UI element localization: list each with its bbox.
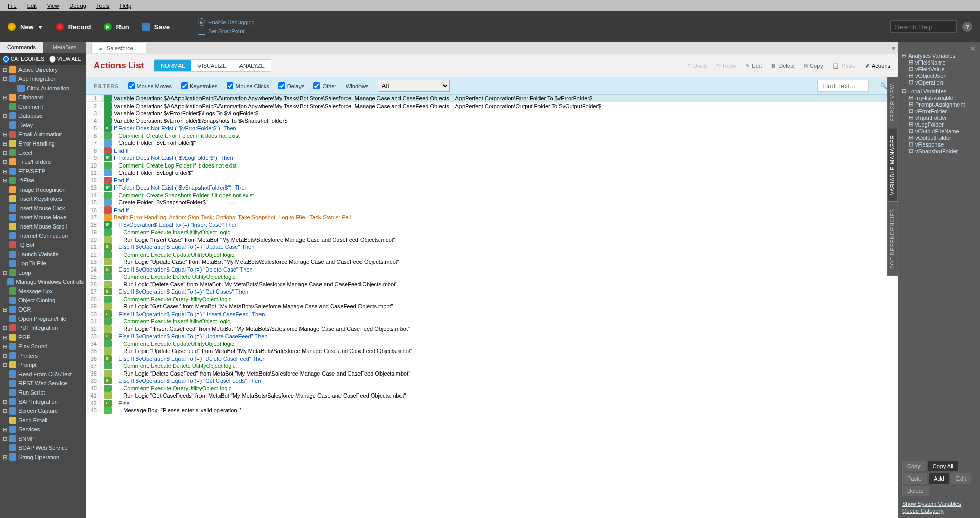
paste-button[interactable]: 📋Paste [832,63,856,69]
tab-commands[interactable]: Commands [0,42,43,53]
code-line[interactable]: 13IFIf Folder Does Not Exist ("$vSnapsho… [86,184,898,192]
cmd-run-script[interactable]: Run Script [0,388,86,397]
code-line[interactable]: 10 Comment: Create Log Folder if it does… [86,162,898,170]
code-line[interactable]: 25 Comment: Execute Deltete UtilityObjec… [86,273,898,281]
undo-button[interactable]: ↶Undo [687,63,707,69]
var-item[interactable]: ⊞vSnapshotFolder [901,148,977,154]
code-line[interactable]: 20 Run Logic "Insert Case" from MetaBot … [86,236,898,244]
cmd-delay[interactable]: Delay [0,120,86,130]
code-line[interactable]: 7 Create Folder "$vErrorFolder$" [86,139,898,147]
filter-mouse-moves[interactable]: Mouse Moves [128,82,172,89]
cmd-manage-windows-controls[interactable]: Manage Windows Controls [0,277,86,286]
cmd-files-folders[interactable]: ⊞Files/Folders [0,157,86,167]
filter-mouse-clicks[interactable]: Mouse Clicks [227,82,269,89]
var-edit-button[interactable]: Edit [951,473,971,484]
enable-debug-button[interactable]: ▶ Enable Debugging [198,18,255,26]
menu-view[interactable]: View [42,3,65,9]
code-line[interactable]: 29 Run Logic "Get Cases" from MetaBot "M… [86,303,898,310]
code-line[interactable]: 11 Create Folder "$vLogFolder$" [86,169,898,177]
code-line[interactable]: 5IFIf Folder Does Not Exist ("$vErrorFol… [86,125,898,132]
menu-edit[interactable]: Edit [22,3,42,9]
code-line[interactable]: 27EI Else If $vOperation$ Equal To (=) "… [86,288,898,296]
var-item[interactable]: ⊞vFieldName [901,59,977,66]
var-item[interactable]: ⊞my-list-variable [901,94,977,101]
var-item[interactable]: ⊞vObjectJson [901,72,977,79]
search-help-input[interactable] [890,20,957,33]
var-item[interactable]: ⊞vOperation [901,79,977,86]
code-line[interactable]: 19 Comment: Execute InsertUtilityObject … [86,229,898,236]
cmd-read-from-csv-text[interactable]: Read From CSV/Text [0,369,86,379]
var-group-header[interactable]: ⊟Analytics Variables [901,52,977,59]
cmd-iq-bot[interactable]: IQ Bot [0,240,86,250]
filter-delays[interactable]: Delays [278,82,305,89]
cmd-database[interactable]: ⊞Database [0,111,86,120]
cmd-app-integration[interactable]: ⊞App Integration [0,74,86,84]
filter-keystrokes[interactable]: Keystrokes [181,82,217,89]
code-line[interactable]: 23 Run Logic "Update Case" from MetaBot … [86,258,898,266]
radio-viewall[interactable]: VIEW ALL [49,56,81,63]
code-line[interactable]: 18IF If $vOperation$ Equal To (=) "Inser… [86,221,898,229]
filter-other[interactable]: Other [313,82,336,89]
cmd-pdf-integration[interactable]: ⊞PDF Integration [0,323,86,333]
cmd-if-else[interactable]: ⊞If/Else [0,176,86,185]
code-line[interactable]: 16End If [86,206,898,214]
cmd-message-box[interactable]: Message Box [0,286,86,296]
tab-metabots[interactable]: MetaBots [43,42,86,53]
run-button[interactable]: ▶ Run [104,23,129,31]
var-paste-button[interactable]: Paste [902,473,927,484]
vtab-variable-manager[interactable]: VARIABLE MANAGER [887,128,898,202]
code-line[interactable]: 30EI Else If $vOperation$ Equal To (=) "… [86,310,898,318]
var-add-button[interactable]: Add [929,473,949,484]
code-line[interactable]: 6 Comment: Create Error Folder if it doe… [86,132,898,140]
menu-file[interactable]: File [3,3,22,9]
code-line[interactable]: 36EI Else If $vOperation$ Equal To (=) "… [86,355,898,363]
var-item[interactable]: ⊞vOutputFileName [901,128,977,134]
code-line[interactable]: 4Variable Operation: $vErrorFolder$\Snap… [86,117,898,125]
var-group-header[interactable]: ⊟Local Variables [901,88,977,94]
cmd-send-email[interactable]: Send Email [0,416,86,425]
code-line[interactable]: 37 Comment: Execute Deltete UtilityObjec… [86,362,898,370]
cmd-internet-connection[interactable]: Internet Connection [0,231,86,240]
code-line[interactable]: 33EI Else If $vOperation$ Equal To (=) "… [86,333,898,340]
var-delete-button[interactable]: Delete [902,486,929,496]
code-line[interactable]: 9IFIf Folder Does Not Exist ("$vLogFolde… [86,154,898,162]
cmd-soap-web-service[interactable]: SOAP Web Service [0,443,86,452]
code-line[interactable]: 42EI Else [86,400,898,407]
code-line[interactable]: 14 Comment: Create Snapshots Folder if i… [86,192,898,199]
var-item[interactable]: ⊞vInputFolder [901,114,977,121]
cmd-insert-mouse-move[interactable]: Insert Mouse Move [0,213,86,222]
actions-button[interactable]: ⇗Actions [865,63,890,69]
record-button[interactable]: Record [56,23,91,31]
close-icon[interactable]: ✕ [970,45,976,53]
queue-category-link[interactable]: Queue Category [902,507,976,514]
cmd-snmp[interactable]: ⊞SNMP [0,434,86,443]
cmd-ocr[interactable]: ⊞OCR [0,305,86,314]
cmd-excel[interactable]: ⊞Excel [0,148,86,157]
cmd-printers[interactable]: ⊞Printers [0,351,86,360]
cmd-sap-integration[interactable]: ⊞SAP Integration [0,397,86,406]
menu-help[interactable]: Help [114,3,136,9]
var-item[interactable]: ⊞vFieldValue [901,66,977,72]
code-line[interactable]: 35 Run Logic "Update CaseFeed" from Meta… [86,347,898,355]
code-line[interactable]: 26 Run Logic "Delete Case" from MetaBot … [86,281,898,288]
view-normal[interactable]: NORMAL [154,60,191,71]
var-item[interactable]: ⊞vOutputFolder [901,134,977,141]
code-line[interactable]: 12End If [86,177,898,184]
cmd-active-directory[interactable]: ⊞Active Directory [0,65,86,74]
code-line[interactable]: 21EI Else If $vOperation$ Equal To (=) "… [86,243,898,251]
code-area[interactable]: 1Variable Operation: $AAApplicationPath$… [86,95,898,518]
code-line[interactable]: 24EI Else If $vOperation$ Equal To (=) "… [86,266,898,274]
code-line[interactable]: 17Begin Error Handling; Action: Stop Tas… [86,214,898,221]
cmd-prompt[interactable]: ⊞Prompt [0,360,86,369]
cmd-pgp[interactable]: ⊞PGP [0,333,86,342]
vtab-bot-dependencies[interactable]: BOT DEPENDENCIES [887,202,898,276]
cmd-screen-capture[interactable]: ⊞Screen Capture [0,406,86,416]
show-system-vars-link[interactable]: Show System Variables [902,500,976,507]
help-icon[interactable]: ? [962,22,972,32]
var-copy-button[interactable]: Copy [902,461,926,471]
cmd-error-handling[interactable]: ⊞Error Handling [0,139,86,148]
var-item[interactable]: ⊞vLogFolder [901,121,977,128]
dropdown-icon[interactable]: ▾ [892,44,895,52]
radio-categories[interactable]: CATEGORIES [3,56,44,63]
cmd-launch-website[interactable]: Launch Website [0,250,86,259]
